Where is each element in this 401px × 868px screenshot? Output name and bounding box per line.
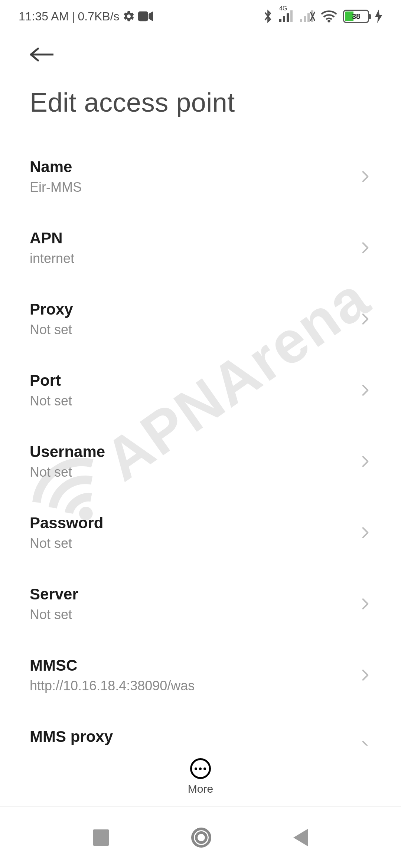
battery-percent: 38 xyxy=(344,12,368,21)
more-button[interactable]: More xyxy=(188,758,213,795)
charging-icon xyxy=(375,10,382,23)
item-label: Server xyxy=(30,585,352,603)
item-value: Not set xyxy=(30,536,352,551)
svg-rect-1 xyxy=(279,19,281,22)
svg-rect-2 xyxy=(283,16,285,22)
item-label: Port xyxy=(30,372,352,389)
action-bar: More xyxy=(0,747,401,806)
setting-item-port[interactable]: Port Not set xyxy=(0,355,401,426)
system-nav-bar xyxy=(0,806,401,868)
item-value: Not set xyxy=(30,464,352,480)
svg-rect-3 xyxy=(287,13,289,22)
setting-item-password[interactable]: Password Not set xyxy=(0,497,401,568)
setting-item-username[interactable]: Username Not set xyxy=(0,426,401,497)
signal-2-icon xyxy=(300,10,315,22)
item-label: MMS proxy xyxy=(30,728,352,746)
item-value: Not set xyxy=(30,607,352,622)
arrow-left-icon xyxy=(30,47,53,62)
item-value: internet xyxy=(30,251,352,266)
svg-rect-4 xyxy=(290,10,293,22)
item-label: Username xyxy=(30,443,352,461)
status-time: 11:35 AM xyxy=(19,10,69,23)
setting-item-name[interactable]: Name Eir-MMS xyxy=(0,141,401,212)
item-value: http://10.16.18.4:38090/was xyxy=(30,678,352,694)
setting-item-mms-proxy[interactable]: MMS proxy 10.16.18.77 xyxy=(0,711,401,746)
back-button[interactable] xyxy=(30,43,53,66)
wifi-icon xyxy=(321,10,337,23)
status-separator: | xyxy=(72,10,75,23)
status-net-speed: 0.7KB/s xyxy=(78,10,120,23)
svg-rect-0 xyxy=(138,11,148,22)
nav-home-button[interactable] xyxy=(191,828,211,848)
video-camera-icon xyxy=(138,11,153,22)
setting-item-apn[interactable]: APN internet xyxy=(0,212,401,283)
item-value: Eir-MMS xyxy=(30,180,352,195)
item-label: Proxy xyxy=(30,300,352,318)
network-type-label: 4G xyxy=(279,5,287,12)
chevron-right-icon xyxy=(359,456,371,467)
chevron-right-icon xyxy=(359,669,371,681)
item-value: Not set xyxy=(30,322,352,338)
setting-item-server[interactable]: Server Not set xyxy=(0,568,401,640)
gear-icon xyxy=(123,10,135,23)
battery-icon: 38 xyxy=(343,10,369,23)
setting-item-mmsc[interactable]: MMSC http://10.16.18.4:38090/was xyxy=(0,640,401,711)
status-bar: 11:35 AM | 0.7KB/s 4G 38 xyxy=(0,0,401,33)
item-label: APN xyxy=(30,229,352,247)
settings-list: Name Eir-MMS APN internet Proxy Not set … xyxy=(0,141,401,746)
chevron-right-icon xyxy=(359,527,371,539)
more-icon xyxy=(190,758,211,779)
chevron-right-icon xyxy=(359,740,371,746)
chevron-right-icon xyxy=(359,384,371,396)
page-title: Edit access point xyxy=(30,87,371,118)
item-label: Password xyxy=(30,514,352,532)
chevron-right-icon xyxy=(359,598,371,610)
setting-item-proxy[interactable]: Proxy Not set xyxy=(0,283,401,355)
nav-back-button[interactable] xyxy=(293,829,308,846)
nav-recent-button[interactable] xyxy=(93,829,109,846)
header: Edit access point xyxy=(0,43,401,118)
item-label: Name xyxy=(30,158,352,176)
svg-rect-5 xyxy=(300,19,302,22)
chevron-right-icon xyxy=(359,313,371,325)
svg-rect-6 xyxy=(304,16,306,22)
bluetooth-icon xyxy=(263,9,273,24)
more-label: More xyxy=(188,783,213,795)
svg-point-11 xyxy=(327,20,330,22)
signal-1-icon: 4G xyxy=(279,10,294,22)
chevron-right-icon xyxy=(359,171,371,183)
svg-rect-7 xyxy=(307,13,310,22)
item-value: Not set xyxy=(30,393,352,409)
item-label: MMSC xyxy=(30,657,352,674)
chevron-right-icon xyxy=(359,242,371,254)
